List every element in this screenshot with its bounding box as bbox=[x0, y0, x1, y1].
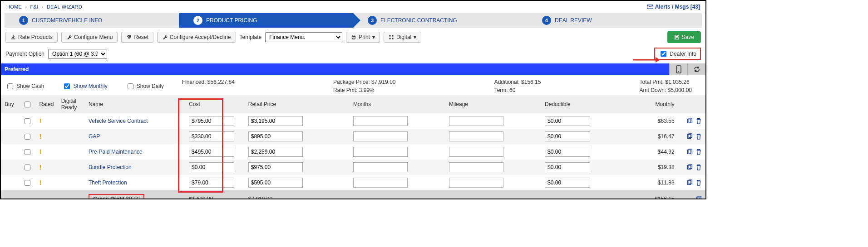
show-cash-toggle[interactable]: Show Cash bbox=[5, 82, 44, 91]
months-input[interactable] bbox=[353, 178, 408, 188]
show-daily-toggle[interactable]: Show Daily bbox=[126, 82, 164, 91]
svg-rect-4 bbox=[389, 35, 390, 37]
mileage-input[interactable] bbox=[449, 178, 503, 188]
product-name-link[interactable]: Bundle Protection bbox=[89, 164, 132, 170]
step-customer-vehicle[interactable]: 1CUSTOMER/VEHICLE INFO bbox=[5, 13, 179, 28]
step-electronic-contracting[interactable]: 3ELECTRONIC CONTRACTING bbox=[353, 13, 528, 28]
wrench-icon bbox=[162, 34, 168, 40]
delete-icon[interactable] bbox=[695, 164, 702, 170]
retail-input[interactable] bbox=[248, 131, 303, 141]
term-value: Term: 60 bbox=[494, 87, 541, 93]
delete-icon[interactable] bbox=[695, 118, 702, 124]
cost-input[interactable] bbox=[189, 178, 234, 188]
show-daily-checkbox[interactable] bbox=[128, 83, 133, 89]
monthly-value: $16.47 bbox=[623, 129, 678, 144]
copy-icon[interactable] bbox=[686, 118, 693, 124]
reset-button[interactable]: Reset bbox=[121, 32, 153, 43]
copy-icon[interactable] bbox=[686, 149, 693, 155]
buy-checkbox[interactable] bbox=[25, 180, 30, 186]
rate-pmt-value: Rate Pmt: 3.99% bbox=[333, 87, 395, 93]
alerts-link[interactable]: Alerts / Msgs [43] bbox=[647, 4, 700, 10]
dealer-info-label: Dealer Info bbox=[670, 51, 696, 57]
breadcrumb-home[interactable]: HOME bbox=[6, 4, 22, 10]
show-monthly-checkbox[interactable] bbox=[64, 83, 70, 89]
warning-icon: ! bbox=[39, 117, 41, 125]
digital-button[interactable]: Digital ▾ bbox=[384, 32, 421, 43]
refresh-section[interactable] bbox=[687, 63, 705, 75]
delete-icon[interactable] bbox=[695, 179, 702, 186]
refresh-icon bbox=[693, 66, 700, 73]
delete-icon[interactable] bbox=[695, 133, 702, 140]
product-name-link[interactable]: Vehicle Service Contract bbox=[89, 118, 148, 124]
print-button[interactable]: Print ▾ bbox=[346, 32, 380, 43]
breadcrumb-fi[interactable]: F&I bbox=[30, 4, 39, 10]
months-input[interactable] bbox=[353, 147, 408, 157]
mobile-toggle[interactable] bbox=[669, 63, 687, 75]
dealer-info-checkbox[interactable] bbox=[661, 51, 666, 57]
configure-accept-decline-button[interactable]: Configure Accept/Decline bbox=[157, 32, 236, 43]
svg-rect-5 bbox=[392, 35, 393, 37]
mileage-input[interactable] bbox=[449, 147, 503, 157]
buy-checkbox[interactable] bbox=[25, 118, 30, 124]
payment-option-select[interactable]: Option 1 (60 @ 3.99%) bbox=[48, 49, 107, 59]
delete-icon[interactable] bbox=[695, 149, 702, 155]
copy-icon[interactable] bbox=[686, 164, 693, 170]
buy-all-checkbox[interactable] bbox=[25, 102, 30, 107]
deductible-input[interactable] bbox=[545, 147, 590, 157]
months-input[interactable] bbox=[353, 162, 408, 172]
svg-rect-23 bbox=[698, 196, 701, 199]
save-button[interactable]: Save bbox=[667, 31, 701, 43]
cost-input[interactable] bbox=[189, 162, 234, 172]
total-pmt-value: Total Pmt: $1,035.26 bbox=[640, 79, 692, 85]
print-icon bbox=[351, 34, 356, 40]
rate-products-button[interactable]: Rate Products bbox=[5, 32, 58, 43]
dealer-info-toggle[interactable]: Dealer Info bbox=[654, 48, 701, 60]
package-price-value: Package Price: $7,919.00 bbox=[333, 79, 395, 85]
product-name-link[interactable]: Pre-Paid Maintenance bbox=[89, 149, 143, 155]
deductible-input[interactable] bbox=[545, 116, 590, 126]
deductible-input[interactable] bbox=[545, 162, 590, 172]
cost-total: $1,699.00 bbox=[185, 190, 245, 199]
retail-input[interactable] bbox=[248, 147, 303, 157]
configure-menu-button[interactable]: Configure Menu bbox=[61, 32, 118, 43]
months-input[interactable] bbox=[353, 116, 408, 126]
retail-input[interactable] bbox=[248, 116, 303, 126]
buy-checkbox[interactable] bbox=[25, 165, 30, 170]
col-name: Name bbox=[85, 95, 185, 113]
breadcrumb: HOME › F&I › DEAL WIZARD bbox=[6, 4, 82, 10]
warning-icon: ! bbox=[39, 148, 41, 155]
buy-checkbox[interactable] bbox=[25, 149, 30, 155]
financed-value: Financed: $56,227.84 bbox=[182, 79, 235, 85]
deductible-input[interactable] bbox=[545, 131, 590, 141]
col-cost: Cost bbox=[185, 95, 245, 113]
retail-input[interactable] bbox=[248, 162, 303, 172]
warning-icon: ! bbox=[39, 164, 41, 171]
cost-input[interactable] bbox=[189, 116, 234, 126]
template-select[interactable]: Finance Menu. bbox=[265, 32, 342, 42]
save-icon bbox=[674, 34, 680, 40]
step-product-pricing[interactable]: 2PRODUCT PRICING bbox=[179, 13, 353, 28]
breadcrumb-current: DEAL WIZARD bbox=[47, 4, 82, 10]
cost-input[interactable] bbox=[189, 131, 234, 141]
months-input[interactable] bbox=[353, 131, 408, 141]
mileage-input[interactable] bbox=[449, 131, 503, 141]
step-deal-review[interactable]: 4DEAL REVIEW bbox=[528, 13, 702, 28]
retail-input[interactable] bbox=[248, 178, 303, 188]
mobile-icon bbox=[676, 65, 681, 73]
chevron-down-icon: ▾ bbox=[414, 34, 416, 40]
monthly-total: $156.15 bbox=[623, 190, 678, 199]
warning-icon: ! bbox=[39, 179, 41, 186]
monthly-value: $44.92 bbox=[623, 144, 678, 160]
buy-checkbox[interactable] bbox=[25, 134, 30, 140]
show-monthly-toggle[interactable]: Show Monthly bbox=[62, 82, 107, 91]
cost-input[interactable] bbox=[189, 147, 234, 157]
product-name-link[interactable]: GAP bbox=[89, 133, 100, 140]
copy-icon[interactable] bbox=[695, 196, 702, 199]
deductible-input[interactable] bbox=[545, 178, 590, 188]
copy-icon[interactable] bbox=[686, 179, 693, 186]
copy-icon[interactable] bbox=[686, 133, 693, 140]
product-name-link[interactable]: Theft Protection bbox=[89, 179, 127, 186]
mileage-input[interactable] bbox=[449, 162, 503, 172]
mileage-input[interactable] bbox=[449, 116, 503, 126]
show-cash-checkbox[interactable] bbox=[7, 83, 13, 89]
